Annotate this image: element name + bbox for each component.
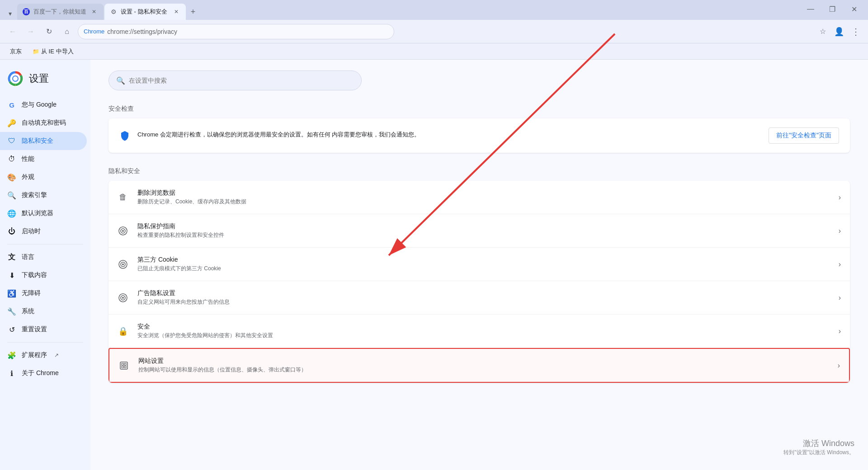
sidebar-item-startup[interactable]: ⏻ 启动时 — [0, 222, 87, 240]
google-icon: G — [7, 100, 16, 109]
external-link-icon: ↗ — [54, 352, 59, 358]
clear-browsing-icon: 🗑 — [118, 192, 128, 203]
minimize-button[interactable]: — — [800, 0, 821, 18]
sidebar-label-startup: 启动时 — [22, 227, 41, 235]
sidebar-label-language: 语言 — [22, 253, 34, 261]
tab-close-settings[interactable]: ✕ — [172, 8, 180, 16]
sidebar-label-search: 搜索引擎 — [22, 191, 47, 199]
svg-point-13 — [122, 297, 124, 299]
privacy-guide-icon — [118, 226, 128, 236]
privacy-item-ad[interactable]: 广告隐私设置 自定义网站可用来向您投放广告的信息 › — [108, 281, 850, 315]
search-icon: 🔍 — [116, 76, 125, 85]
privacy-section-label: 隐私和安全 — [108, 167, 850, 175]
profile-button[interactable]: 👤 — [832, 24, 846, 39]
tab-baidu[interactable]: 百 百度一下，你就知道 ✕ — [17, 4, 104, 20]
chrome-label: Chrome — [84, 28, 104, 35]
svg-point-4 — [13, 76, 18, 81]
bookmark-button[interactable]: ☆ — [816, 24, 830, 39]
svg-point-7 — [122, 230, 124, 232]
sidebar-item-about[interactable]: ℹ 关于 Chrome — [0, 364, 87, 382]
clear-browsing-desc: 删除历史记录、Cookie、缓存内容及其他数据 — [137, 198, 839, 206]
safety-check-card: Chrome 会定期进行检查，以确保您的浏览器使用最安全的设置。如有任何 内容需… — [108, 118, 850, 153]
site-settings-title: 网站设置 — [138, 357, 838, 365]
privacy-item-site-settings[interactable]: 网站设置 控制网站可以使用和显示的信息（位置信息、摄像头、弹出式窗口等） › — [108, 348, 850, 383]
sidebar-item-extensions[interactable]: 🧩 扩展程序 ↗ — [0, 346, 87, 364]
site-settings-icon — [118, 360, 129, 371]
search-engine-icon: 🔍 — [7, 191, 16, 200]
svg-rect-14 — [120, 362, 127, 369]
svg-rect-16 — [124, 363, 126, 365]
settings-search-bar[interactable]: 🔍 — [108, 70, 362, 90]
maximize-button[interactable]: ❐ — [822, 0, 843, 18]
ad-privacy-text: 广告隐私设置 自定义网站可用来向您投放广告的信息 — [137, 289, 839, 306]
watermark-line1: 激活 Windows — [783, 438, 854, 449]
sidebar-item-performance[interactable]: ⏱ 性能 — [0, 150, 87, 168]
privacy-icon: 🛡 — [7, 136, 16, 146]
clear-browsing-text: 删除浏览数据 删除历史记录、Cookie、缓存内容及其他数据 — [137, 189, 839, 206]
privacy-guide-desc: 检查重要的隐私控制设置和安全控件 — [137, 231, 839, 239]
safety-card-content: Chrome 会定期进行检查，以确保您的浏览器使用最安全的设置。如有任何 内容需… — [119, 130, 420, 141]
sidebar-label-system: 系统 — [22, 307, 34, 315]
ad-privacy-arrow: › — [839, 294, 841, 302]
privacy-section: 🗑 删除浏览数据 删除历史记录、Cookie、缓存内容及其他数据 › — [108, 181, 850, 383]
watermark-line2: 转到"设置"以激活 Windows。 — [783, 449, 854, 456]
sidebar-item-default-browser[interactable]: 🌐 默认浏览器 — [0, 204, 87, 222]
tab-close-baidu[interactable]: ✕ — [90, 8, 98, 16]
sidebar-item-privacy[interactable]: 🛡 隐私和安全 — [0, 132, 87, 150]
home-button[interactable]: ⌂ — [60, 24, 74, 39]
cookies-icon — [118, 259, 128, 270]
sidebar-label-extensions: 扩展程序 — [22, 351, 47, 359]
privacy-guide-arrow: › — [839, 227, 841, 235]
tab-bar: ▾ 百 百度一下，你就知道 ✕ ⚙ 设置 - 隐私和安全 ✕ + — ❐ ✕ — [0, 0, 868, 20]
ad-privacy-title: 广告隐私设置 — [137, 289, 839, 297]
privacy-item-security[interactable]: 🔒 安全 安全浏览（保护您免受危险网站的侵害）和其他安全设置 › — [108, 315, 850, 348]
reload-button[interactable]: ↻ — [42, 24, 56, 39]
bookmark-jd[interactable]: 京东 — [7, 46, 24, 57]
sidebar-item-downloads[interactable]: ⬇ 下载内容 — [0, 266, 87, 284]
tab-list-button[interactable]: ▾ — [4, 7, 16, 20]
safety-check-button[interactable]: 前往"安全检查"页面 — [769, 127, 839, 144]
tab-title-baidu: 百度一下，你就知道 — [33, 8, 86, 16]
svg-rect-17 — [122, 366, 123, 368]
privacy-item-cookies[interactable]: 第三方 Cookie 已阻止无痕模式下的第三方 Cookie › — [108, 248, 850, 281]
bookmarks-bar: 京东 📁 从 IE 中导入 — [0, 43, 868, 60]
sidebar-item-appearance[interactable]: 🎨 外观 — [0, 168, 87, 186]
cookies-title: 第三方 Cookie — [137, 256, 839, 264]
close-button[interactable]: ✕ — [844, 0, 864, 18]
sidebar-label-default-browser: 默认浏览器 — [22, 209, 53, 217]
privacy-item-guide[interactable]: 隐私保护指南 检查重要的隐私控制设置和安全控件 › — [108, 214, 850, 248]
appearance-icon: 🎨 — [7, 173, 16, 182]
menu-button[interactable]: ⋮ — [848, 24, 863, 39]
clear-browsing-arrow: › — [839, 193, 841, 202]
sidebar-item-accessibility[interactable]: ♿ 无障碍 — [0, 284, 87, 302]
new-tab-button[interactable]: + — [187, 5, 199, 18]
sidebar-label-privacy: 隐私和安全 — [22, 137, 53, 145]
search-input[interactable] — [129, 77, 354, 84]
forward-button[interactable]: → — [24, 24, 38, 39]
sidebar-item-system[interactable]: 🔧 系统 — [0, 302, 87, 320]
sidebar: 设置 G 您与 Google 🔑 自动填充和密码 🛡 隐私和安全 ⏱ 性能 🎨 … — [0, 60, 90, 470]
sidebar-item-reset[interactable]: ↺ 重置设置 — [0, 320, 87, 338]
tab-favicon-settings: ⚙ — [110, 8, 117, 15]
extensions-icon: 🧩 — [7, 351, 16, 360]
performance-icon: ⏱ — [7, 155, 16, 164]
sidebar-label-downloads: 下载内容 — [22, 271, 47, 279]
sidebar-item-google[interactable]: G 您与 Google — [0, 96, 87, 114]
bookmark-ie-import[interactable]: 📁 从 IE 中导入 — [30, 46, 76, 57]
sidebar-item-autofill[interactable]: 🔑 自动填充和密码 — [0, 114, 87, 132]
tab-settings[interactable]: ⚙ 设置 - 隐私和安全 ✕ — [104, 4, 186, 20]
ad-privacy-desc: 自定义网站可用来向您投放广告的信息 — [137, 298, 839, 306]
sidebar-label-appearance: 外观 — [22, 173, 34, 181]
svg-rect-18 — [124, 366, 126, 368]
privacy-item-clear-browsing[interactable]: 🗑 删除浏览数据 删除历史记录、Cookie、缓存内容及其他数据 › — [108, 181, 850, 214]
about-icon: ℹ — [7, 369, 16, 378]
sidebar-label-performance: 性能 — [22, 155, 34, 163]
back-button[interactable]: ← — [5, 24, 20, 39]
sidebar-item-search[interactable]: 🔍 搜索引擎 — [0, 186, 87, 204]
sidebar-item-language[interactable]: 文 语言 — [0, 248, 87, 266]
reset-icon: ↺ — [7, 325, 16, 334]
security-desc: 安全浏览（保护您免受危险网站的侵害）和其他安全设置 — [137, 332, 839, 339]
bookmark-jd-label: 京东 — [10, 47, 22, 56]
security-text: 安全 安全浏览（保护您免受危险网站的侵害）和其他安全设置 — [137, 323, 839, 339]
address-input[interactable]: Chrome chrome://settings/privacy — [78, 24, 394, 39]
